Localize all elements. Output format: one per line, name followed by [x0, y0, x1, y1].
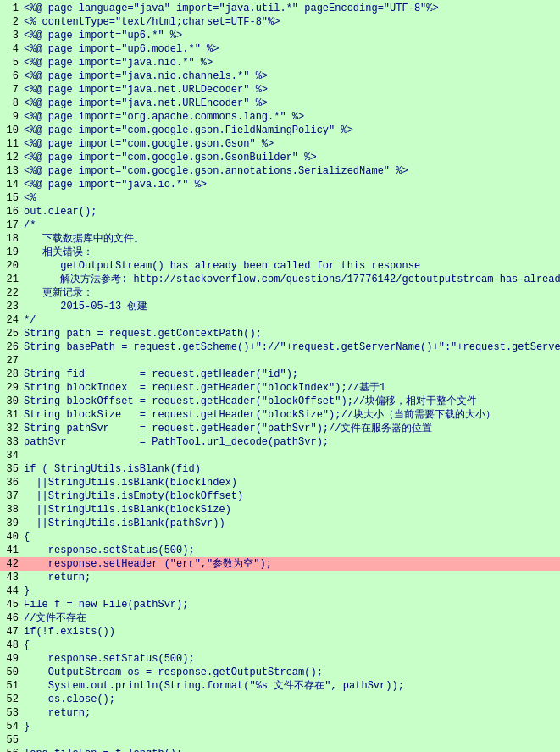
line-number: 48 — [0, 639, 24, 652]
line-content: */ — [24, 313, 560, 327]
line-number: 35 — [0, 462, 24, 476]
line-number: 25 — [0, 327, 24, 340]
line-content: response.setHeader ("err","参数为空"); — [24, 557, 560, 571]
code-line: 31String blockSize = request.getHeader("… — [0, 408, 560, 422]
code-line: 19 相关错误： — [0, 246, 560, 259]
line-number: 16 — [0, 205, 24, 218]
code-line: 46//文件不存在 — [0, 611, 560, 625]
line-content: <%@ page import="com.google.gson.FieldNa… — [24, 124, 560, 137]
code-line: 45File f = new File(pathSvr); — [0, 598, 560, 611]
line-number: 32 — [0, 422, 24, 435]
code-line: 39 ||StringUtils.isBlank(pathSvr)) — [0, 517, 560, 530]
line-number: 7 — [0, 83, 24, 97]
line-number: 30 — [0, 395, 24, 408]
code-line: 35if ( StringUtils.isBlank(fid) — [0, 462, 560, 476]
code-line: 8<%@ page import="java.net.URLEncoder" %… — [0, 97, 560, 110]
code-line: 28String fid = request.getHeader("id"); — [0, 368, 560, 381]
line-content: pathSvr = PathTool.url_decode(pathSvr); — [24, 435, 560, 449]
line-number: 43 — [0, 571, 24, 584]
line-content: String basePath = request.getScheme()+":… — [24, 340, 560, 354]
code-editor: 1<%@ page language="java" import="java.u… — [0, 0, 560, 752]
line-content: /* — [24, 218, 560, 232]
line-content: ||StringUtils.isEmpty(blockOffset) — [24, 489, 560, 503]
code-line: 42 response.setHeader ("err","参数为空"); — [0, 557, 560, 571]
line-content: System.out.println(String.format("%s 文件不… — [24, 679, 560, 693]
code-line: 44} — [0, 584, 560, 598]
code-line: 1<%@ page language="java" import="java.u… — [0, 2, 560, 15]
code-line: 25String path = request.getContextPath()… — [0, 327, 560, 340]
line-number: 39 — [0, 517, 24, 530]
code-line: 20 getOutputStream() has already been ca… — [0, 259, 560, 273]
code-line: 30String blockOffset = request.getHeader… — [0, 395, 560, 408]
code-line: 50 OutputStream os = response.getOutputS… — [0, 666, 560, 679]
code-line: 48{ — [0, 639, 560, 652]
line-content: ||StringUtils.isBlank(blockSize) — [24, 503, 560, 517]
line-content: //文件不存在 — [24, 611, 560, 625]
line-content: <%@ page import="java.net.URLEncoder" %> — [24, 97, 560, 110]
line-number: 34 — [0, 449, 24, 462]
line-content: <%@ page import="com.google.gson.annotat… — [24, 164, 560, 178]
code-line: 13<%@ page import="com.google.gson.annot… — [0, 164, 560, 178]
line-number: 28 — [0, 368, 24, 381]
line-content — [24, 354, 560, 368]
line-content: <%@ page import="up6.*" %> — [24, 29, 560, 42]
code-line: 16out.clear(); — [0, 205, 560, 218]
code-line: 22 更新记录： — [0, 286, 560, 300]
line-number: 40 — [0, 530, 24, 544]
line-number: 29 — [0, 381, 24, 395]
code-line: 17/* — [0, 218, 560, 232]
code-line: 9<%@ page import="org.apache.commons.lan… — [0, 110, 560, 124]
line-number: 50 — [0, 666, 24, 679]
line-content: <%@ page import="com.google.gson.Gson" %… — [24, 137, 560, 151]
code-line: 53 return; — [0, 706, 560, 720]
line-number: 51 — [0, 679, 24, 693]
code-line: 27 — [0, 354, 560, 368]
code-line: 4<%@ page import="up6.model.*" %> — [0, 42, 560, 56]
line-content: String pathSvr = request.getHeader("path… — [24, 422, 560, 435]
line-content: return; — [24, 571, 560, 584]
code-line: 21 解决方法参考: http://stackoverflow.com/ques… — [0, 273, 560, 286]
line-content: 下载数据库中的文件。 — [24, 232, 560, 246]
line-content: response.setStatus(500); — [24, 652, 560, 666]
line-number: 8 — [0, 97, 24, 110]
code-line: 38 ||StringUtils.isBlank(blockSize) — [0, 503, 560, 517]
code-line: 51 System.out.println(String.format("%s … — [0, 679, 560, 693]
line-number: 24 — [0, 313, 24, 327]
line-content: response.setStatus(500); — [24, 544, 560, 557]
line-number: 14 — [0, 178, 24, 191]
line-content: getOutputStream() has already been calle… — [24, 259, 560, 273]
code-line: 14<%@ page import="java.io.*" %> — [0, 178, 560, 191]
line-content: String blockSize = request.getHeader("bl… — [24, 408, 560, 422]
line-number: 49 — [0, 652, 24, 666]
line-number: 53 — [0, 706, 24, 720]
line-content: <%@ page import="java.net.URLDecoder" %> — [24, 83, 560, 97]
line-content: <%@ page import="java.io.*" %> — [24, 178, 560, 191]
line-content: { — [24, 639, 560, 652]
code-line: 7<%@ page import="java.net.URLDecoder" %… — [0, 83, 560, 97]
code-line: 43 return; — [0, 571, 560, 584]
code-line: 56long fileLen = f.length(); — [0, 747, 560, 752]
line-number: 1 — [0, 2, 24, 15]
line-content: 2015-05-13 创建 — [24, 300, 560, 313]
line-number: 47 — [0, 625, 24, 639]
code-line: 10<%@ page import="com.google.gson.Field… — [0, 124, 560, 137]
line-content — [24, 449, 560, 462]
line-number: 4 — [0, 42, 24, 56]
line-content: 相关错误： — [24, 246, 560, 259]
line-number: 42 — [0, 557, 24, 571]
line-number: 6 — [0, 69, 24, 83]
line-content: 更新记录： — [24, 286, 560, 300]
line-number: 27 — [0, 354, 24, 368]
line-number: 44 — [0, 584, 24, 598]
code-line: 34 — [0, 449, 560, 462]
line-content — [24, 733, 560, 747]
line-content: <%@ page import="java.nio.channels.*" %> — [24, 69, 560, 83]
line-number: 20 — [0, 259, 24, 273]
code-line: 12<%@ page import="com.google.gson.GsonB… — [0, 151, 560, 164]
code-line: 6<%@ page import="java.nio.channels.*" %… — [0, 69, 560, 83]
code-line: 55 — [0, 733, 560, 747]
code-line: 24*/ — [0, 313, 560, 327]
line-number: 2 — [0, 15, 24, 29]
line-number: 11 — [0, 137, 24, 151]
code-line: 11<%@ page import="com.google.gson.Gson"… — [0, 137, 560, 151]
